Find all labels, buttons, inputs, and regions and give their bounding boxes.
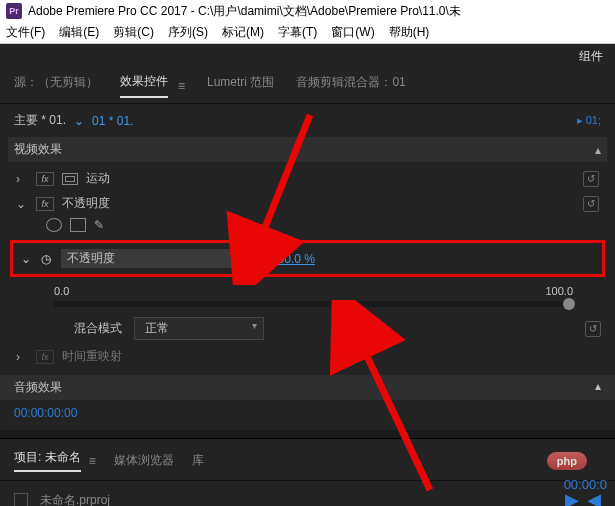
opacity-slider[interactable] [54, 301, 573, 307]
tab-project[interactable]: 项目: 未命名 [14, 449, 81, 472]
fx-time-remap-row: › fx 时间重映射 [14, 344, 601, 369]
workspace-bar: 组件 [0, 44, 615, 68]
video-effects-header: 视频效果 ▴ [8, 137, 607, 162]
slider-max: 100.0 [545, 285, 573, 297]
project-body: 未命名.prproj ▶ ▶ [0, 481, 615, 506]
current-timecode[interactable]: 00:00:00:00 [14, 400, 601, 422]
menu-marker[interactable]: 标记(M) [222, 24, 264, 41]
instance-clip-label[interactable]: 01 * 01. [92, 114, 133, 128]
fx-opacity-label[interactable]: 不透明度 [62, 195, 110, 212]
fx-motion-label[interactable]: 运动 [86, 170, 110, 187]
mask-tools-row: ✎ [14, 216, 601, 238]
workspace-label[interactable]: 组件 [579, 48, 603, 65]
twirl-closed-icon[interactable]: › [16, 350, 28, 364]
opacity-property-row: ⌄ ◷ 不透明度 100.0 % [21, 249, 594, 268]
blend-mode-label: 混合模式 [74, 320, 122, 337]
timeline-playhead-marker: ▸ 01; [577, 114, 601, 127]
menu-clip[interactable]: 剪辑(C) [113, 24, 154, 41]
project-panel-tabs: 项目: 未命名 ≡ 媒体浏览器 库 [0, 439, 615, 481]
audio-effects-label: 音频效果 [14, 379, 62, 396]
sequence-timecode: 00:00:0 [564, 477, 607, 492]
project-item-icon [14, 493, 28, 506]
chevron-down-icon[interactable]: ⌄ [74, 114, 84, 128]
menubar: 文件(F) 编辑(E) 剪辑(C) 序列(S) 标记(M) 字幕(T) 窗口(W… [0, 22, 615, 44]
opacity-property-label: 不透明度 [61, 249, 261, 268]
menu-title[interactable]: 字幕(T) [278, 24, 317, 41]
chevron-up-icon[interactable]: ▴ [595, 379, 601, 396]
twirl-open-icon[interactable]: ⌄ [16, 197, 28, 211]
fx-motion-row: › fx 运动 ↺ [14, 166, 601, 191]
pen-mask-icon[interactable]: ✎ [94, 218, 104, 232]
fx-badge-icon[interactable]: fx [36, 197, 54, 211]
fx-badge-icon[interactable]: fx [36, 350, 54, 364]
motion-icon [62, 173, 78, 185]
master-clip-label[interactable]: 主要 * 01. [14, 112, 66, 129]
tab-media-browser[interactable]: 媒体浏览器 [114, 452, 174, 469]
reset-button[interactable]: ↺ [583, 171, 599, 187]
clip-selector-row: 主要 * 01. ⌄ 01 * 01. [14, 112, 601, 129]
app-title: Adobe Premiere Pro CC 2017 - C:\用户\damim… [28, 3, 461, 20]
slider-thumb[interactable] [563, 298, 575, 310]
panel-menu-icon[interactable]: ≡ [178, 79, 185, 93]
tab-lumetri[interactable]: Lumetri 范围 [207, 74, 274, 97]
tab-audio-mixer[interactable]: 音频剪辑混合器：01 [296, 74, 405, 97]
twirl-open-icon[interactable]: ⌄ [21, 252, 31, 266]
slider-min: 0.0 [54, 285, 69, 297]
project-panel: 项目: 未命名 ≡ 媒体浏览器 库 未命名.prproj ▶ ▶ [0, 438, 615, 506]
menu-file[interactable]: 文件(F) [6, 24, 45, 41]
window-titlebar: Pr Adobe Premiere Pro CC 2017 - C:\用户\da… [0, 0, 615, 22]
fx-time-remap-label[interactable]: 时间重映射 [62, 348, 122, 365]
watermark-badge: php [547, 452, 587, 470]
video-effects-label: 视频效果 [14, 141, 62, 158]
tab-source[interactable]: 源：（无剪辑） [14, 74, 98, 97]
annotation-highlight-box: ⌄ ◷ 不透明度 100.0 % [10, 240, 605, 277]
blend-mode-select[interactable]: 正常 [134, 317, 264, 340]
blend-mode-row: 混合模式 正常 ↺ [14, 313, 601, 344]
opacity-slider-labels: 0.0 100.0 [14, 283, 601, 299]
effect-controls-panel: 主要 * 01. ⌄ 01 * 01. ▸ 01; 视频效果 ▴ › fx 运动… [0, 104, 615, 430]
stopwatch-icon[interactable]: ◷ [41, 252, 51, 266]
fx-opacity-row: ⌄ fx 不透明度 ↺ [14, 191, 601, 216]
twirl-closed-icon[interactable]: › [16, 172, 28, 186]
reset-button[interactable]: ↺ [585, 321, 601, 337]
menu-sequence[interactable]: 序列(S) [168, 24, 208, 41]
opacity-value-input[interactable]: 100.0 % [271, 252, 315, 266]
source-panel-tabs: 源：（无剪辑） 效果控件 ≡ Lumetri 范围 音频剪辑混合器：01 [0, 68, 615, 104]
ellipse-mask-icon[interactable] [46, 218, 62, 232]
audio-effects-header: 音频效果 ▴ [0, 375, 615, 400]
menu-window[interactable]: 窗口(W) [331, 24, 374, 41]
tab-library[interactable]: 库 [192, 452, 204, 469]
app-logo-icon: Pr [6, 3, 22, 19]
menu-edit[interactable]: 编辑(E) [59, 24, 99, 41]
tab-effect-controls[interactable]: 效果控件 [120, 73, 168, 98]
menu-help[interactable]: 帮助(H) [389, 24, 430, 41]
rect-mask-icon[interactable] [70, 218, 86, 232]
panel-menu-icon[interactable]: ≡ [89, 454, 96, 468]
chevron-up-icon[interactable]: ▴ [595, 143, 601, 157]
fx-badge-icon[interactable]: fx [36, 172, 54, 186]
reset-button[interactable]: ↺ [583, 196, 599, 212]
project-filename[interactable]: 未命名.prproj [40, 492, 110, 507]
